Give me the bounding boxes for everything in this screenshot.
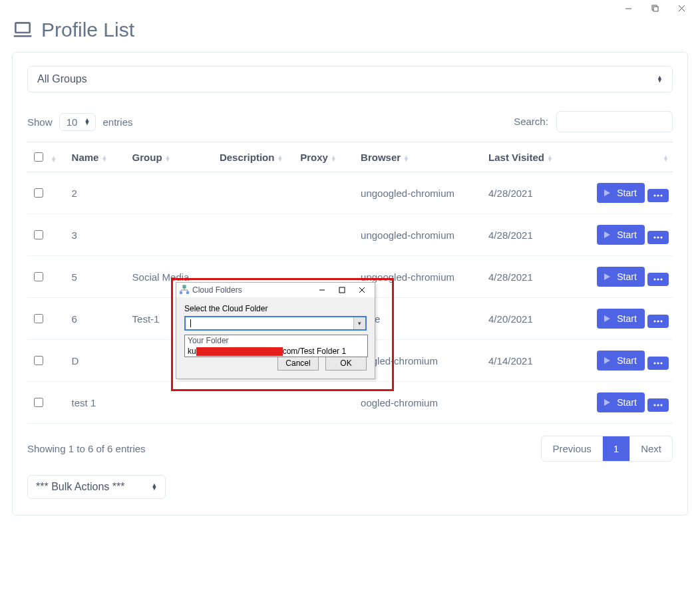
svg-point-10 bbox=[660, 194, 662, 196]
maximize-button[interactable] bbox=[641, 1, 668, 15]
start-button[interactable]: Start bbox=[597, 267, 645, 287]
cloud-folder-select[interactable]: ▾ bbox=[184, 316, 367, 331]
sort-icon: ▲▼ bbox=[165, 156, 171, 161]
cell-last-visited bbox=[484, 382, 572, 424]
start-button[interactable]: Start bbox=[597, 309, 645, 329]
dialog-close-button[interactable] bbox=[352, 284, 372, 296]
cell-last-visited: 4/28/2021 bbox=[484, 214, 572, 256]
col-last-visited[interactable]: Last Visited▲▼ bbox=[484, 142, 572, 172]
pager-page-1[interactable]: 1 bbox=[602, 436, 629, 461]
cell-browser: oogled-chromium bbox=[357, 382, 484, 424]
more-button[interactable] bbox=[647, 273, 669, 286]
caret-icon: ▲▼ bbox=[151, 484, 157, 490]
search-label: Search: bbox=[514, 116, 548, 127]
svg-point-24 bbox=[653, 362, 655, 364]
cell-name: 5 bbox=[68, 256, 128, 298]
svg-point-17 bbox=[657, 278, 659, 280]
row-checkbox[interactable] bbox=[34, 188, 43, 198]
row-checkbox[interactable] bbox=[34, 356, 43, 365]
sort-icon: ▲▼ bbox=[663, 156, 669, 161]
more-button[interactable] bbox=[647, 189, 669, 202]
cell-proxy bbox=[296, 214, 357, 256]
cell-last-visited: 4/20/2021 bbox=[484, 298, 572, 340]
table-row: 3ungoogled-chromium4/28/2021Start bbox=[27, 214, 673, 256]
laptop-icon bbox=[12, 19, 33, 41]
dots-icon bbox=[653, 194, 663, 198]
play-icon bbox=[602, 188, 612, 198]
sort-icon: ▲▼ bbox=[547, 156, 553, 161]
entries-control: Show 10 ▲▼ entries bbox=[27, 113, 133, 131]
svg-point-8 bbox=[653, 194, 655, 196]
cloud-folder-select-value bbox=[186, 317, 353, 329]
cell-last-visited: 4/28/2021 bbox=[484, 172, 572, 214]
dialog-maximize-button[interactable] bbox=[332, 284, 352, 296]
svg-point-9 bbox=[657, 194, 659, 196]
caret-icon: ▲▼ bbox=[657, 76, 663, 82]
close-button[interactable] bbox=[668, 1, 695, 15]
svg-point-29 bbox=[657, 404, 659, 406]
group-select-value: All Groups bbox=[37, 73, 87, 85]
col-browser[interactable]: Browser▲▼ bbox=[357, 142, 484, 172]
pager-previous[interactable]: Previous bbox=[542, 436, 602, 461]
show-label-post: entries bbox=[102, 116, 132, 128]
redacted-region bbox=[196, 347, 283, 356]
dialog-minimize-button[interactable] bbox=[312, 284, 332, 296]
group-select[interactable]: All Groups ▲▼ bbox=[27, 66, 673, 92]
search-input[interactable] bbox=[556, 111, 673, 132]
svg-marker-23 bbox=[604, 357, 610, 364]
start-button[interactable]: Start bbox=[597, 225, 645, 245]
cloud-folders-icon bbox=[179, 285, 190, 295]
sort-icon: ▲▼ bbox=[277, 156, 283, 161]
dialog-title: Cloud Folders bbox=[192, 285, 242, 295]
svg-marker-27 bbox=[604, 399, 610, 406]
bulk-actions-label: *** Bulk Actions *** bbox=[36, 481, 124, 493]
row-checkbox[interactable] bbox=[34, 314, 43, 323]
svg-point-16 bbox=[653, 278, 655, 280]
more-button[interactable] bbox=[647, 231, 669, 244]
dialog-ok-button[interactable]: OK bbox=[325, 356, 367, 371]
table-row: test 1oogled-chromiumStart bbox=[27, 382, 673, 424]
svg-point-18 bbox=[660, 278, 662, 280]
svg-rect-32 bbox=[180, 291, 182, 294]
more-button[interactable] bbox=[647, 357, 669, 370]
start-button[interactable]: Start bbox=[597, 392, 645, 412]
svg-rect-2 bbox=[653, 7, 658, 11]
col-group[interactable]: Group▲▼ bbox=[128, 142, 216, 172]
dialog-cancel-button[interactable]: Cancel bbox=[277, 356, 319, 371]
minimize-icon bbox=[625, 5, 632, 12]
option-prefix: ku bbox=[188, 346, 196, 357]
cell-name: 2 bbox=[68, 172, 128, 214]
cell-name: 3 bbox=[68, 214, 128, 256]
entries-select[interactable]: 10 ▲▼ bbox=[59, 113, 96, 131]
svg-point-14 bbox=[660, 236, 662, 238]
row-checkbox[interactable] bbox=[34, 398, 43, 407]
select-all-checkbox[interactable] bbox=[34, 152, 43, 162]
col-check[interactable]: ▲▼ bbox=[27, 142, 68, 172]
start-button[interactable]: Start bbox=[597, 183, 645, 203]
col-name[interactable]: Name▲▼ bbox=[68, 142, 128, 172]
col-proxy[interactable]: Proxy▲▼ bbox=[296, 142, 357, 172]
svg-marker-7 bbox=[604, 190, 610, 196]
cloud-folder-option[interactable]: kucom/Test Folder 1 bbox=[185, 346, 367, 357]
entries-select-value: 10 bbox=[67, 116, 78, 128]
col-description[interactable]: Description▲▼ bbox=[216, 142, 296, 172]
pager-next[interactable]: Next bbox=[629, 436, 672, 461]
cell-description bbox=[216, 172, 296, 214]
caret-icon: ▲▼ bbox=[84, 118, 90, 125]
minimize-button[interactable] bbox=[615, 1, 641, 15]
col-actions[interactable]: ▲▼ bbox=[572, 142, 673, 172]
bulk-actions-select[interactable]: *** Bulk Actions *** ▲▼ bbox=[27, 475, 166, 499]
search-control: Search: bbox=[514, 111, 673, 132]
cloud-folder-option[interactable]: Your Folder bbox=[185, 335, 367, 346]
row-checkbox[interactable] bbox=[34, 230, 43, 239]
cell-browser: ungoogled-chromium bbox=[357, 214, 484, 256]
svg-marker-15 bbox=[604, 273, 610, 280]
cell-browser: ungoogled-chromium bbox=[357, 172, 484, 214]
cloud-folders-dialog: Cloud Folders Select the Cloud Folder ▾ … bbox=[176, 282, 375, 379]
row-checkbox[interactable] bbox=[34, 272, 43, 281]
more-button[interactable] bbox=[647, 315, 669, 328]
cell-browser: ungoogled-chromium bbox=[357, 256, 484, 298]
more-button[interactable] bbox=[647, 398, 669, 412]
dialog-label: Select the Cloud Folder bbox=[184, 304, 367, 313]
start-button[interactable]: Start bbox=[597, 351, 645, 371]
